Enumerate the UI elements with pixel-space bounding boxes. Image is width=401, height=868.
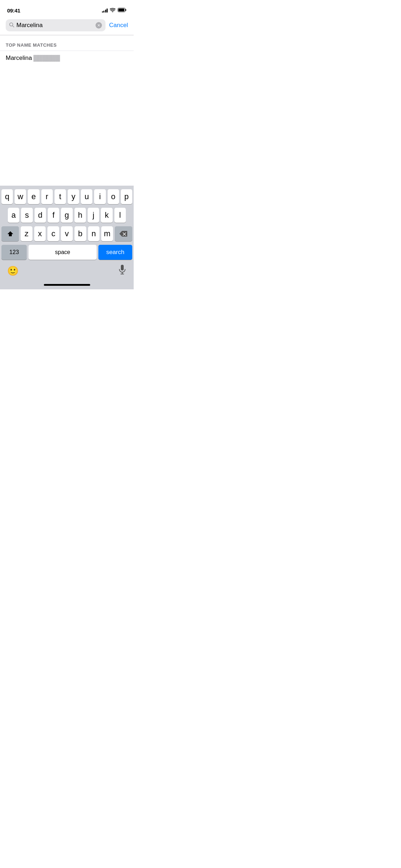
keyboard: q w e r t y u i o p a s d f g h j k l z … — [0, 186, 134, 289]
search-icon — [9, 22, 14, 29]
svg-point-3 — [10, 23, 13, 26]
key-m[interactable]: m — [101, 226, 113, 241]
key-c[interactable]: c — [47, 226, 59, 241]
key-q[interactable]: q — [1, 189, 13, 204]
key-p[interactable]: p — [121, 189, 132, 204]
signal-icon — [102, 8, 108, 12]
result-subtitle: ▓▓▓▓▓▓ — [34, 55, 60, 62]
key-b[interactable]: b — [74, 226, 86, 241]
key-a[interactable]: a — [8, 208, 19, 223]
svg-rect-1 — [125, 9, 127, 11]
wifi-icon — [110, 7, 115, 14]
svg-rect-2 — [118, 9, 124, 11]
status-time: 09:41 — [7, 7, 20, 14]
key-i[interactable]: i — [94, 189, 106, 204]
home-indicator — [1, 284, 132, 288]
key-k[interactable]: k — [101, 208, 112, 223]
key-t[interactable]: t — [55, 189, 66, 204]
key-g[interactable]: g — [61, 208, 72, 223]
key-r[interactable]: r — [41, 189, 53, 204]
mic-button[interactable] — [118, 265, 127, 277]
key-e[interactable]: e — [28, 189, 39, 204]
key-n[interactable]: n — [88, 226, 100, 241]
emoji-button[interactable]: 🙂 — [7, 265, 19, 277]
keyboard-row-1: q w e r t y u i o p — [1, 189, 132, 204]
key-o[interactable]: o — [108, 189, 119, 204]
key-d[interactable]: d — [35, 208, 46, 223]
svg-rect-7 — [121, 265, 124, 270]
results-area: TOP NAME MATCHES Marcelina ▓▓▓▓▓▓ — [0, 35, 134, 65]
cancel-button[interactable]: Cancel — [109, 22, 128, 29]
keyboard-bottom-row: 🙂 — [1, 263, 132, 284]
key-space[interactable]: space — [29, 245, 96, 260]
key-y[interactable]: y — [68, 189, 79, 204]
search-field[interactable] — [6, 19, 106, 31]
search-bar-container: Cancel — [0, 16, 134, 35]
home-bar — [44, 284, 90, 286]
status-icons — [102, 7, 127, 14]
key-h[interactable]: h — [74, 208, 86, 223]
svg-line-4 — [12, 26, 14, 27]
section-header: TOP NAME MATCHES — [0, 42, 134, 51]
key-l[interactable]: l — [114, 208, 126, 223]
key-s[interactable]: s — [21, 208, 32, 223]
key-z[interactable]: z — [21, 226, 32, 241]
key-f[interactable]: f — [48, 208, 59, 223]
result-row[interactable]: Marcelina ▓▓▓▓▓▓ — [0, 51, 134, 65]
key-shift[interactable] — [1, 226, 19, 241]
keyboard-row-3: z x c v b n m — [1, 226, 132, 241]
keyboard-row-2: a s d f g h j k l — [1, 208, 132, 223]
status-bar: 09:41 — [0, 0, 134, 16]
key-v[interactable]: v — [61, 226, 73, 241]
search-input[interactable] — [16, 22, 93, 29]
key-j[interactable]: j — [88, 208, 99, 223]
key-num[interactable]: 123 — [1, 245, 27, 260]
battery-icon — [118, 7, 127, 14]
keyboard-row-4: 123 space search — [1, 245, 132, 260]
key-delete[interactable] — [115, 226, 132, 241]
clear-button[interactable] — [96, 22, 102, 29]
key-u[interactable]: u — [81, 189, 92, 204]
key-x[interactable]: x — [34, 226, 46, 241]
key-w[interactable]: w — [15, 189, 26, 204]
key-search[interactable]: search — [98, 245, 132, 260]
result-name: Marcelina — [6, 55, 32, 62]
